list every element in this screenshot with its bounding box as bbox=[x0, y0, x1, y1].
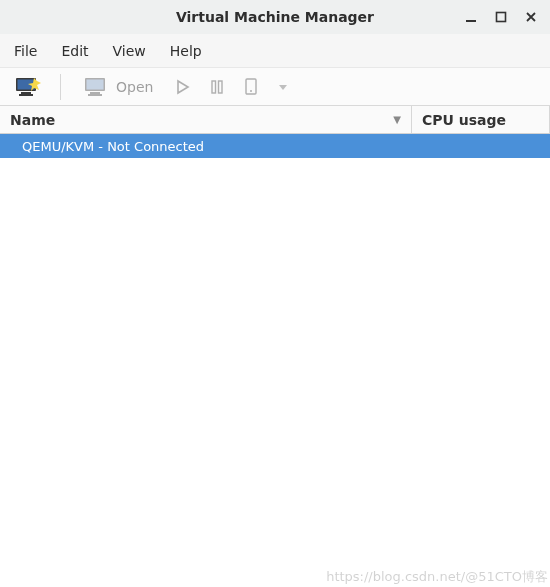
svg-rect-13 bbox=[219, 81, 223, 93]
menu-file[interactable]: File bbox=[4, 37, 47, 65]
play-icon bbox=[175, 79, 191, 95]
column-headers: Name ▼ CPU usage bbox=[0, 106, 550, 134]
new-vm-button[interactable] bbox=[8, 72, 48, 102]
svg-rect-12 bbox=[212, 81, 216, 93]
column-name-label: Name bbox=[10, 112, 55, 128]
close-button[interactable] bbox=[522, 8, 540, 26]
titlebar: Virtual Machine Manager bbox=[0, 0, 550, 34]
menu-edit[interactable]: Edit bbox=[51, 37, 98, 65]
menu-help[interactable]: Help bbox=[160, 37, 212, 65]
vm-connection-label: QEMU/KVM - Not Connected bbox=[22, 139, 204, 154]
svg-rect-5 bbox=[19, 94, 33, 96]
svg-marker-11 bbox=[178, 81, 188, 93]
run-button[interactable] bbox=[168, 72, 198, 102]
chevron-down-icon bbox=[277, 81, 289, 93]
svg-rect-9 bbox=[90, 92, 100, 94]
svg-rect-14 bbox=[246, 79, 256, 94]
svg-rect-4 bbox=[21, 92, 31, 94]
minimize-button[interactable] bbox=[462, 8, 480, 26]
open-button-label: Open bbox=[116, 79, 153, 95]
pause-icon bbox=[209, 79, 225, 95]
toolbar-separator bbox=[60, 74, 61, 100]
svg-rect-0 bbox=[466, 20, 476, 22]
shutdown-icon bbox=[243, 78, 259, 96]
monitor-new-icon bbox=[15, 76, 41, 98]
vm-list[interactable]: QEMU/KVM - Not Connected bbox=[0, 134, 550, 587]
svg-point-15 bbox=[250, 90, 252, 92]
column-cpu-usage[interactable]: CPU usage bbox=[412, 106, 550, 133]
svg-rect-10 bbox=[88, 94, 102, 96]
svg-rect-1 bbox=[497, 13, 506, 22]
menubar: File Edit View Help bbox=[0, 34, 550, 68]
open-vm-button[interactable]: Open bbox=[73, 72, 164, 102]
sort-indicator-icon: ▼ bbox=[393, 114, 401, 125]
column-name[interactable]: Name ▼ bbox=[0, 106, 412, 133]
window-controls bbox=[462, 0, 544, 34]
shutdown-button[interactable] bbox=[236, 72, 266, 102]
menu-view[interactable]: View bbox=[103, 37, 156, 65]
column-cpu-label: CPU usage bbox=[422, 112, 506, 128]
maximize-button[interactable] bbox=[492, 8, 510, 26]
monitor-icon bbox=[84, 77, 108, 97]
shutdown-menu-button[interactable] bbox=[270, 72, 296, 102]
toolbar: Open bbox=[0, 68, 550, 106]
vm-connection-row[interactable]: QEMU/KVM - Not Connected bbox=[0, 134, 550, 158]
svg-rect-8 bbox=[87, 79, 104, 89]
svg-marker-16 bbox=[279, 85, 287, 90]
pause-button[interactable] bbox=[202, 72, 232, 102]
svg-rect-7 bbox=[85, 78, 105, 91]
